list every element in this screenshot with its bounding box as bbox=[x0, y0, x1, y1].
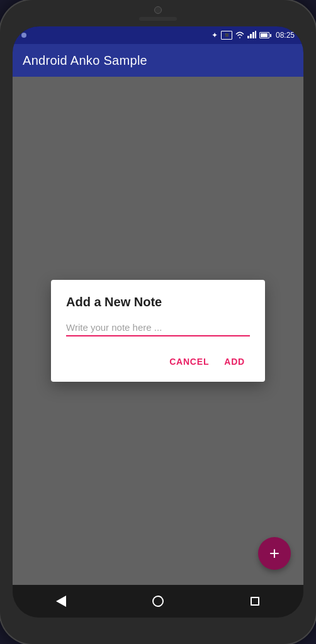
nav-recent-button[interactable] bbox=[245, 592, 264, 611]
status-bar-right: ✦ ◾ bbox=[212, 31, 295, 40]
phone-hardware-top bbox=[139, 6, 177, 21]
app-title: Android Anko Sample bbox=[23, 53, 147, 68]
cancel-button[interactable]: CANCEL bbox=[164, 352, 214, 372]
add-note-dialog: Add a New Note CANCEL ADD bbox=[51, 280, 265, 382]
fab-button[interactable]: + bbox=[258, 537, 291, 570]
svg-rect-3 bbox=[255, 31, 256, 38]
fab-plus-icon: + bbox=[269, 545, 279, 562]
main-content: Add a New Note CANCEL ADD + bbox=[13, 77, 303, 585]
nav-home-icon bbox=[152, 596, 164, 607]
phone-screen: ✦ ◾ bbox=[13, 26, 303, 618]
phone-frame: ✦ ◾ bbox=[0, 0, 316, 644]
signal-icon bbox=[247, 31, 256, 40]
note-input[interactable] bbox=[66, 319, 250, 336]
bluetooth-icon: ✦ bbox=[212, 31, 218, 40]
earpiece-speaker bbox=[139, 17, 177, 21]
notification-dot bbox=[21, 33, 26, 38]
status-bar: ✦ ◾ bbox=[13, 26, 303, 44]
svg-rect-1 bbox=[250, 34, 252, 38]
sim-icon: ◾ bbox=[221, 31, 232, 40]
wifi-icon bbox=[235, 31, 244, 40]
dialog-title: Add a New Note bbox=[66, 295, 250, 309]
nav-recent-icon bbox=[251, 597, 259, 606]
bottom-navigation bbox=[13, 585, 303, 618]
status-bar-left bbox=[21, 33, 26, 38]
svg-rect-2 bbox=[252, 32, 254, 38]
status-time: 08:25 bbox=[276, 31, 295, 40]
app-bar: Android Anko Sample bbox=[13, 44, 303, 77]
nav-back-button[interactable] bbox=[52, 592, 71, 611]
nav-home-button[interactable] bbox=[149, 592, 167, 611]
dialog-overlay: Add a New Note CANCEL ADD bbox=[13, 77, 303, 585]
nav-back-icon bbox=[56, 596, 66, 607]
add-button[interactable]: ADD bbox=[219, 352, 250, 372]
dialog-actions: CANCEL ADD bbox=[66, 349, 250, 372]
battery-icon bbox=[259, 32, 271, 38]
svg-rect-0 bbox=[247, 36, 249, 38]
camera-lens bbox=[154, 6, 162, 14]
